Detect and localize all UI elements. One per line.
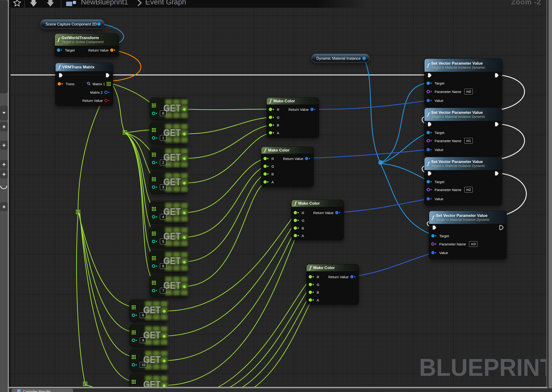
g-pin[interactable]: G	[264, 163, 274, 169]
g-pin[interactable]: G	[309, 282, 319, 287]
index-value[interactable]: 8	[140, 312, 146, 318]
r-pin[interactable]: R	[264, 156, 274, 161]
node-get-7[interactable]: GET7	[150, 275, 188, 297]
index-value[interactable]: 9	[140, 337, 146, 343]
return-value-pin[interactable]: Return Value	[83, 98, 111, 103]
b-pin[interactable]: B	[294, 225, 304, 231]
element-output-pin[interactable]	[163, 358, 165, 364]
g-pin[interactable]: G	[294, 217, 304, 223]
r-pin[interactable]: R	[269, 106, 280, 112]
exec-in-pin[interactable]	[427, 121, 432, 128]
return-value-pin[interactable]: Return Value	[288, 106, 317, 112]
reroute-knot-knot-array-2[interactable]	[76, 210, 80, 215]
parameter-name-value[interactable]: m3	[469, 241, 477, 247]
nav-back-icon[interactable]	[29, 0, 38, 7]
index-input-pin[interactable]: 7	[152, 288, 166, 294]
node-get-10[interactable]: GET10	[129, 349, 168, 371]
return-value-pin[interactable]: Return Value	[283, 156, 311, 161]
a-pin[interactable]: A	[294, 233, 304, 238]
b-pin[interactable]: B	[269, 122, 279, 128]
element-output-pin[interactable]	[183, 131, 186, 137]
target-pin[interactable]: Target	[427, 80, 444, 86]
add-button[interactable]: +	[0, 160, 8, 168]
b-pin[interactable]: B	[309, 289, 319, 295]
index-value[interactable]: 1	[160, 135, 166, 141]
breadcrumb-current[interactable]: Event Graph	[145, 0, 186, 6]
node-scene-capture[interactable]: Scene Capture Component 2D	[41, 20, 104, 29]
element-output-pin[interactable]	[183, 259, 186, 265]
matrix-2-pin[interactable]: Matrix 2	[90, 90, 111, 95]
node-get-9[interactable]: GET9	[129, 324, 168, 347]
arc-icon[interactable]	[0, 184, 7, 190]
a-pin[interactable]: A	[309, 297, 319, 303]
node-make-color-4[interactable]: ƒMake ColorRGBAReturn Value	[306, 264, 359, 304]
exec-out-pin[interactable]	[494, 170, 500, 177]
output-pin[interactable]	[362, 57, 367, 60]
add-button[interactable]: +	[0, 141, 8, 150]
return-value-pin[interactable]: Return Value	[88, 47, 116, 53]
target-pin[interactable]: Target	[427, 130, 444, 135]
exec-in-pin[interactable]	[427, 170, 432, 177]
section-dropdown-button[interactable]	[0, 106, 8, 120]
value-pin[interactable]: Value	[427, 147, 443, 153]
r-pin[interactable]: R	[294, 210, 304, 216]
index-input-pin[interactable]: 5	[152, 239, 166, 244]
index-input-pin[interactable]: 2	[152, 160, 166, 165]
array-input-pin[interactable]	[152, 176, 156, 182]
node-set-vector-param-1[interactable]: ƒSet Vector Parameter ValueTarget is Mat…	[424, 108, 502, 156]
element-output-pin[interactable]	[183, 180, 186, 186]
index-input-pin[interactable]: 9	[132, 337, 146, 343]
node-set-vector-param-0[interactable]: ƒSet Vector Parameter ValueTarget is Mat…	[424, 59, 502, 107]
breadcrumb-root[interactable]: NewBlueprint1	[81, 0, 128, 6]
node-get-1[interactable]: GET1	[150, 122, 188, 144]
parameter-name-value[interactable]: m2	[464, 187, 473, 192]
trans-pin[interactable]: Trans	[58, 81, 75, 87]
node-get-6[interactable]: GET6	[150, 250, 188, 272]
index-value[interactable]: 3	[160, 184, 166, 190]
a-pin[interactable]: A	[269, 130, 279, 136]
exec-out-pin[interactable]	[494, 121, 500, 128]
exec-out-pin[interactable]	[105, 72, 110, 79]
element-output-pin[interactable]	[163, 333, 165, 339]
index-input-pin[interactable]: 6	[152, 263, 166, 269]
node-get-11[interactable]: GET11	[129, 374, 168, 387]
element-output-pin[interactable]	[163, 383, 165, 387]
array-input-pin[interactable]	[152, 206, 156, 212]
index-value[interactable]: 7	[160, 288, 166, 294]
parameter-name-pin[interactable]: Parameter Namem2	[427, 187, 473, 192]
index-value[interactable]: 4	[160, 214, 166, 220]
element-output-pin[interactable]	[183, 210, 186, 216]
node-get-4[interactable]: GET4	[150, 201, 188, 223]
index-value[interactable]: 2	[160, 160, 166, 165]
event-graph-canvas[interactable]: BLUEPRINT Scene Capture Component 2DDyna…	[11, 0, 546, 387]
node-make-color-1[interactable]: ƒMake ColorRGBAReturn Value	[266, 98, 319, 138]
target-pin[interactable]: Target	[431, 233, 449, 239]
exec-in-pin[interactable]	[427, 72, 432, 79]
reroute-knot-knot-target[interactable]	[378, 160, 383, 166]
node-set-vector-param-3[interactable]: ƒSet Vector Parameter ValueTarget is Mat…	[429, 211, 507, 259]
index-input-pin[interactable]: 3	[152, 184, 166, 190]
node-get-3[interactable]: GET3	[150, 171, 188, 193]
array-input-pin[interactable]	[132, 329, 136, 335]
array-input-pin[interactable]	[152, 231, 156, 236]
node-get-8[interactable]: GET8	[129, 299, 168, 322]
index-value[interactable]: 0	[160, 111, 166, 116]
array-input-pin[interactable]	[132, 379, 136, 385]
matrix-1-pin[interactable]: Matrix 1	[86, 81, 111, 87]
array-input-pin[interactable]	[152, 255, 156, 261]
scrollbar-thumb[interactable]	[548, 0, 552, 392]
exec-out-pin[interactable]	[499, 224, 504, 231]
node-get-2[interactable]: GET2	[150, 147, 188, 169]
index-value[interactable]: 5	[160, 239, 166, 244]
node-make-color-3[interactable]: ƒMake ColorRGBAReturn Value	[291, 200, 344, 240]
node-get-0[interactable]: GET0	[150, 98, 188, 120]
element-output-pin[interactable]	[163, 308, 165, 314]
element-output-pin[interactable]	[183, 106, 186, 112]
a-pin[interactable]: A	[264, 179, 274, 185]
return-value-pin[interactable]: Return Value	[328, 274, 357, 280]
array-input-pin[interactable]	[152, 280, 156, 286]
r-pin[interactable]: R	[309, 274, 319, 280]
node-get-5[interactable]: GET5	[150, 225, 188, 248]
reroute-knot-knot-array-1[interactable]	[123, 130, 127, 136]
array-input-pin[interactable]	[132, 304, 136, 310]
